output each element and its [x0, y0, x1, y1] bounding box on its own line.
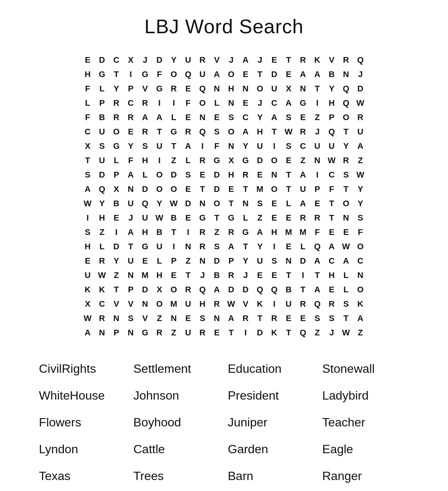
grid-cell: Y: [253, 110, 267, 125]
grid-cell: H: [324, 96, 339, 110]
grid-cell: E: [238, 96, 253, 110]
grid-cell: F: [80, 110, 95, 125]
grid-cell: U: [324, 139, 339, 153]
grid-cell: E: [181, 311, 195, 326]
grid-cell: I: [310, 96, 324, 110]
grid-cell: I: [152, 96, 167, 110]
grid-cell: S: [95, 139, 109, 153]
grid-cell: L: [339, 268, 353, 283]
grid-cell: N: [138, 297, 152, 311]
grid-cell: N: [124, 182, 138, 196]
grid-cell: G: [109, 139, 124, 153]
grid-cell: E: [281, 67, 296, 82]
grid-cell: E: [181, 211, 195, 225]
grid-cell: J: [310, 125, 324, 139]
grid-cell: R: [267, 311, 281, 326]
grid-cell: E: [181, 110, 195, 125]
grid-cell: T: [267, 125, 281, 139]
grid-cell: B: [167, 211, 181, 225]
grid-cell: X: [80, 297, 95, 311]
grid-cell: G: [95, 67, 109, 82]
grid-cell: I: [124, 67, 138, 82]
grid-cell: H: [138, 225, 152, 239]
grid-cell: Z: [109, 268, 124, 283]
grid-cell: Z: [167, 153, 181, 168]
grid-cell: R: [109, 96, 124, 110]
grid-cell: X: [124, 53, 138, 67]
grid-cell: V: [124, 297, 138, 311]
grid-cell: Z: [253, 211, 267, 225]
grid-cell: Y: [95, 196, 109, 211]
grid-cell: Q: [195, 82, 210, 96]
grid-cell: E: [281, 311, 296, 326]
grid-cell: A: [296, 67, 310, 82]
grid-cell: Z: [296, 153, 310, 168]
grid-cell: T: [124, 239, 138, 254]
grid-cell: B: [281, 283, 296, 297]
grid-cell: N: [210, 311, 224, 326]
grid-cell: Q: [181, 67, 195, 82]
grid-cell: S: [339, 297, 353, 311]
grid-cell: C: [124, 96, 138, 110]
grid-cell: Y: [324, 82, 339, 96]
grid-cell: R: [195, 53, 210, 67]
grid-cell: N: [339, 67, 353, 82]
grid-cell: N: [167, 311, 181, 326]
grid-cell: E: [167, 268, 181, 283]
grid-cell: V: [109, 297, 124, 311]
grid-cell: W: [152, 211, 167, 225]
grid-cell: R: [195, 153, 210, 168]
grid-cell: E: [267, 268, 281, 283]
grid-cell: C: [95, 297, 109, 311]
grid-cell: U: [124, 196, 138, 211]
grid-cell: L: [80, 96, 95, 110]
grid-cell: Z: [353, 153, 368, 168]
grid-cell: N: [124, 326, 138, 340]
grid-cell: T: [324, 196, 339, 211]
grid-cell: N: [95, 326, 109, 340]
grid-cell: I: [152, 153, 167, 168]
grid-cell: G: [138, 239, 152, 254]
grid-cell: I: [296, 268, 310, 283]
grid-cell: Y: [353, 182, 368, 196]
grid-cell: T: [281, 326, 296, 340]
grid-cell: A: [152, 110, 167, 125]
grid-cell: O: [339, 110, 353, 125]
grid-cell: L: [109, 153, 124, 168]
grid-cell: E: [296, 110, 310, 125]
word-item: Teacher: [318, 412, 413, 432]
grid-cell: N: [224, 96, 238, 110]
grid-cell: C: [324, 168, 339, 182]
grid-cell: F: [181, 96, 195, 110]
grid-cell: L: [281, 196, 296, 211]
grid-cell: S: [210, 125, 224, 139]
grid-cell: I: [267, 297, 281, 311]
grid-cell: O: [267, 153, 281, 168]
grid-cell: I: [80, 211, 95, 225]
grid-cell: V: [210, 53, 224, 67]
grid-cell: S: [124, 311, 138, 326]
grid-cell: J: [253, 96, 267, 110]
grid-cell: W: [339, 326, 353, 340]
grid-cell: W: [80, 196, 95, 211]
grid-cell: D: [238, 283, 253, 297]
grid-cell: G: [238, 153, 253, 168]
grid-cell: U: [152, 139, 167, 153]
word-item: Eagle: [318, 439, 413, 459]
grid-cell: V: [138, 311, 152, 326]
grid-cell: T: [281, 182, 296, 196]
grid-cell: Y: [109, 82, 124, 96]
grid-cell: R: [181, 125, 195, 139]
grid-cell: R: [224, 268, 238, 283]
grid-cell: L: [296, 239, 310, 254]
grid-cell: O: [224, 125, 238, 139]
grid-cell: T: [296, 283, 310, 297]
grid-cell: P: [95, 96, 109, 110]
grid-cell: S: [310, 311, 324, 326]
word-item: Ladybird: [318, 386, 413, 406]
grid-cell: W: [80, 311, 95, 326]
grid-cell: E: [281, 153, 296, 168]
grid-cell: R: [181, 283, 195, 297]
grid-cell: N: [310, 153, 324, 168]
grid-cell: O: [152, 182, 167, 196]
